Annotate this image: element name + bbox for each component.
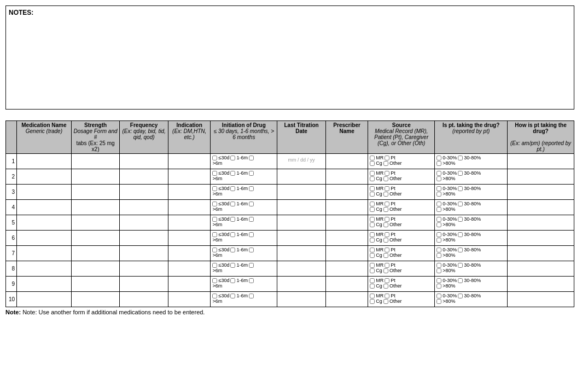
tak-30-80-2[interactable] bbox=[458, 171, 463, 176]
tak-0-30-9[interactable] bbox=[436, 278, 441, 283]
init-more-6[interactable] bbox=[249, 232, 254, 237]
tak-0-30-1[interactable] bbox=[436, 156, 441, 160]
src-pt-10[interactable] bbox=[385, 294, 389, 298]
src-pt-6[interactable] bbox=[385, 232, 389, 237]
src-mr-6[interactable] bbox=[370, 232, 375, 237]
init-30d-9[interactable] bbox=[212, 278, 217, 283]
src-other-8[interactable] bbox=[383, 268, 388, 273]
init-1-6m-9[interactable] bbox=[230, 278, 235, 283]
tak-80-7[interactable] bbox=[436, 253, 441, 258]
init-more-2[interactable] bbox=[249, 171, 254, 176]
init-1-6m-3[interactable] bbox=[230, 186, 235, 191]
src-mr-4[interactable] bbox=[370, 202, 375, 206]
tak-80-2[interactable] bbox=[436, 176, 441, 181]
init-more-9[interactable] bbox=[249, 278, 254, 283]
tak-30-80-8[interactable] bbox=[458, 263, 463, 268]
init-more-5[interactable] bbox=[249, 217, 254, 222]
src-other-1[interactable] bbox=[383, 161, 388, 166]
init-more-4[interactable] bbox=[249, 202, 254, 206]
init-30d-8[interactable] bbox=[212, 263, 217, 268]
tak-0-30-4[interactable] bbox=[436, 202, 441, 206]
tak-80-5[interactable] bbox=[436, 222, 441, 227]
tak-0-30-8[interactable] bbox=[436, 263, 441, 268]
src-pt-3[interactable] bbox=[385, 186, 389, 191]
src-mr-9[interactable] bbox=[370, 278, 375, 283]
tak-30-80-4[interactable] bbox=[458, 202, 463, 206]
src-cg-8[interactable] bbox=[370, 268, 375, 273]
src-mr-3[interactable] bbox=[370, 186, 375, 191]
tak-30-80-6[interactable] bbox=[458, 232, 463, 237]
init-more-10[interactable] bbox=[249, 294, 254, 298]
tak-30-80-5[interactable] bbox=[458, 217, 463, 222]
tak-30-80-1[interactable] bbox=[458, 156, 463, 160]
src-other-6[interactable] bbox=[383, 238, 388, 243]
init-30d-2[interactable] bbox=[212, 171, 217, 176]
tak-80-3[interactable] bbox=[436, 192, 441, 197]
src-cg-3[interactable] bbox=[370, 192, 375, 197]
src-cg-7[interactable] bbox=[370, 253, 375, 258]
src-other-5[interactable] bbox=[383, 222, 388, 227]
src-mr-7[interactable] bbox=[370, 248, 375, 252]
src-cg-5[interactable] bbox=[370, 222, 375, 227]
init-1-6m-8[interactable] bbox=[230, 263, 235, 268]
tak-80-9[interactable] bbox=[436, 284, 441, 289]
src-cg-10[interactable] bbox=[370, 299, 375, 304]
src-mr-1[interactable] bbox=[370, 156, 375, 160]
init-30d-1[interactable] bbox=[212, 156, 217, 160]
init-30d-5[interactable] bbox=[212, 217, 217, 222]
tak-0-30-3[interactable] bbox=[436, 186, 441, 191]
tak-0-30-7[interactable] bbox=[436, 248, 441, 252]
init-more-3[interactable] bbox=[249, 186, 254, 191]
src-other-7[interactable] bbox=[383, 253, 388, 258]
init-1-6m-4[interactable] bbox=[230, 202, 235, 206]
init-more-8[interactable] bbox=[249, 263, 254, 268]
init-more-7[interactable] bbox=[249, 248, 254, 252]
src-mr-2[interactable] bbox=[370, 171, 375, 176]
tak-80-6[interactable] bbox=[436, 238, 441, 243]
init-1-6m-10[interactable] bbox=[230, 294, 235, 298]
src-pt-5[interactable] bbox=[385, 217, 389, 222]
tak-80-4[interactable] bbox=[436, 207, 441, 212]
src-mr-10[interactable] bbox=[370, 294, 375, 298]
src-pt-4[interactable] bbox=[385, 202, 389, 206]
tak-30-80-7[interactable] bbox=[458, 248, 463, 252]
tak-80-8[interactable] bbox=[436, 268, 441, 273]
src-pt-7[interactable] bbox=[385, 248, 389, 252]
init-1-6m-5[interactable] bbox=[230, 217, 235, 222]
src-cg-1[interactable] bbox=[370, 161, 375, 166]
src-mr-8[interactable] bbox=[370, 263, 375, 268]
tak-80-10[interactable] bbox=[436, 299, 441, 304]
src-cg-9[interactable] bbox=[370, 284, 375, 289]
src-mr-5[interactable] bbox=[370, 217, 375, 222]
tak-30-80-3[interactable] bbox=[458, 186, 463, 191]
src-other-10[interactable] bbox=[383, 299, 388, 304]
src-cg-6[interactable] bbox=[370, 238, 375, 243]
tak-30-80-10[interactable] bbox=[458, 294, 463, 298]
init-30d-6[interactable] bbox=[212, 232, 217, 237]
init-30d-3[interactable] bbox=[212, 186, 217, 191]
src-pt-2[interactable] bbox=[385, 171, 389, 176]
init-1-6m-6[interactable] bbox=[230, 232, 235, 237]
tak-30-80-9[interactable] bbox=[458, 278, 463, 283]
init-30d-7[interactable] bbox=[212, 248, 217, 252]
tak-0-30-10[interactable] bbox=[436, 294, 441, 298]
tak-0-30-5[interactable] bbox=[436, 217, 441, 222]
src-other-9[interactable] bbox=[383, 284, 388, 289]
init-1-6m-2[interactable] bbox=[230, 171, 235, 176]
src-pt-1[interactable] bbox=[385, 156, 389, 160]
src-other-3[interactable] bbox=[383, 192, 388, 197]
src-pt-8[interactable] bbox=[385, 263, 389, 268]
src-other-4[interactable] bbox=[383, 207, 388, 212]
tak-0-30-6[interactable] bbox=[436, 232, 441, 237]
init-30d-10[interactable] bbox=[212, 294, 217, 298]
tak-80-1[interactable] bbox=[436, 161, 441, 166]
init-1-6m-7[interactable] bbox=[230, 248, 235, 252]
src-cg-4[interactable] bbox=[370, 207, 375, 212]
src-cg-2[interactable] bbox=[370, 176, 375, 181]
tak-0-30-2[interactable] bbox=[436, 171, 441, 176]
init-30d-4[interactable] bbox=[212, 202, 217, 206]
init-1-6m-1[interactable] bbox=[230, 156, 235, 160]
src-pt-9[interactable] bbox=[385, 278, 389, 283]
src-other-2[interactable] bbox=[383, 176, 388, 181]
init-more-1[interactable] bbox=[249, 156, 254, 160]
